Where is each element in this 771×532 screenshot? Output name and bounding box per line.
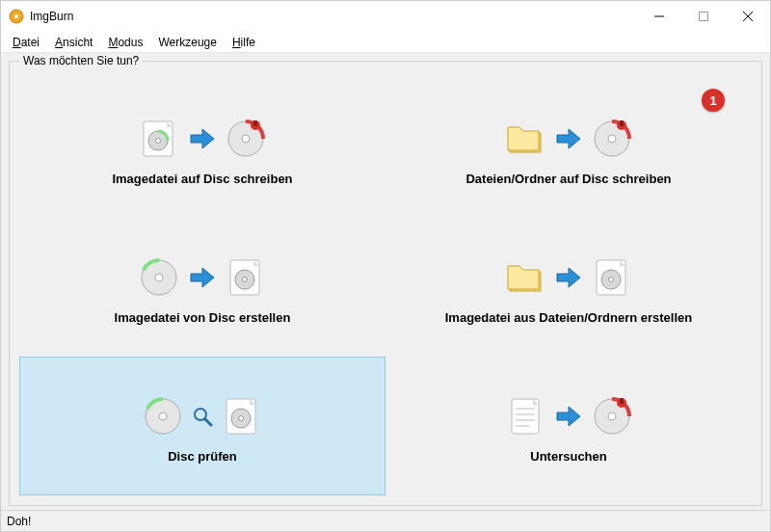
svg-rect-17 xyxy=(620,120,624,126)
svg-rect-45 xyxy=(620,398,624,404)
folder-icon xyxy=(504,118,546,160)
disc-write-icon xyxy=(591,118,633,160)
arrow-right-icon xyxy=(554,124,583,153)
arrow-right-icon xyxy=(554,402,583,431)
svg-rect-3 xyxy=(700,13,708,21)
maximize-button[interactable] xyxy=(681,1,726,32)
action-label: Dateien/Ordner auf Disc schreiben xyxy=(465,172,671,186)
text-file-icon xyxy=(504,395,546,438)
menu-modus[interactable]: Modus xyxy=(100,34,150,51)
menu-werkzeuge[interactable]: Werkzeuge xyxy=(150,34,224,51)
menu-datei[interactable]: D/*noop*/atei xyxy=(5,34,47,51)
action-label: Imagedatei von Disc erstellen xyxy=(115,310,291,325)
file-disc-icon xyxy=(138,118,180,160)
status-text: Doh! xyxy=(7,515,31,528)
svg-point-9 xyxy=(156,138,161,143)
svg-line-31 xyxy=(205,419,211,425)
window-controls xyxy=(637,1,770,32)
action-create-image-from-files[interactable]: Imagedatei aus Dateien/Ordnern erstellen xyxy=(386,218,752,357)
action-verify-disc[interactable]: Disc prüfen xyxy=(19,357,386,495)
disc-write-icon xyxy=(225,118,267,160)
arrow-right-icon xyxy=(188,263,217,292)
window-title: ImgBurn xyxy=(30,10,637,23)
content-area: Was möchten Sie tun? Imagedatei auf Disc… xyxy=(1,53,770,510)
arrow-right-icon xyxy=(554,263,583,292)
minimize-button[interactable] xyxy=(637,1,681,32)
svg-point-19 xyxy=(155,274,163,281)
disc-icon xyxy=(142,395,184,438)
menu-hilfe[interactable]: Hilfe xyxy=(225,34,263,51)
svg-point-1 xyxy=(14,14,18,18)
file-disc-icon xyxy=(591,256,633,299)
magnifier-icon xyxy=(192,406,213,427)
action-create-image-from-disc[interactable]: Imagedatei von Disc erstellen xyxy=(19,218,386,357)
action-groupbox: Was möchten Sie tun? Imagedatei auf Disc… xyxy=(9,61,762,506)
svg-point-11 xyxy=(242,135,250,143)
close-button[interactable] xyxy=(726,1,770,32)
svg-point-29 xyxy=(159,412,167,420)
action-write-files-to-disc[interactable]: 1 Dateien/Ordner auf Disc schreiben xyxy=(386,79,752,218)
statusbar: Doh! xyxy=(1,510,770,531)
svg-point-15 xyxy=(608,135,616,143)
step-badge: 1 xyxy=(702,89,725,112)
arrow-right-icon xyxy=(188,124,217,153)
app-icon xyxy=(9,9,24,24)
svg-point-27 xyxy=(609,277,614,281)
folder-icon xyxy=(504,256,546,299)
disc-icon xyxy=(138,256,180,299)
groupbox-label: Was möchten Sie tun? xyxy=(19,54,143,67)
action-label: Imagedatei aus Dateien/Ordnern erstellen xyxy=(445,310,692,325)
disc-write-icon xyxy=(591,395,633,438)
menubar: D/*noop*/atei Ansicht Modus Werkzeuge Hi… xyxy=(1,32,770,53)
svg-rect-13 xyxy=(253,120,257,126)
svg-point-35 xyxy=(239,415,244,420)
action-label: Untersuchen xyxy=(530,449,606,464)
file-disc-icon xyxy=(225,256,267,299)
titlebar: ImgBurn xyxy=(1,1,770,32)
file-disc-icon xyxy=(221,395,263,438)
svg-point-23 xyxy=(243,277,248,281)
menu-ansicht[interactable]: Ansicht xyxy=(47,34,100,51)
action-label: Disc prüfen xyxy=(168,449,237,464)
action-label: Imagedatei auf Disc schreiben xyxy=(112,172,292,186)
action-write-image-to-disc[interactable]: Imagedatei auf Disc schreiben xyxy=(19,79,386,218)
action-grid: Imagedatei auf Disc schreiben 1 Dateien xyxy=(19,79,752,495)
action-discovery[interactable]: Untersuchen xyxy=(386,357,752,495)
svg-point-43 xyxy=(608,412,616,420)
